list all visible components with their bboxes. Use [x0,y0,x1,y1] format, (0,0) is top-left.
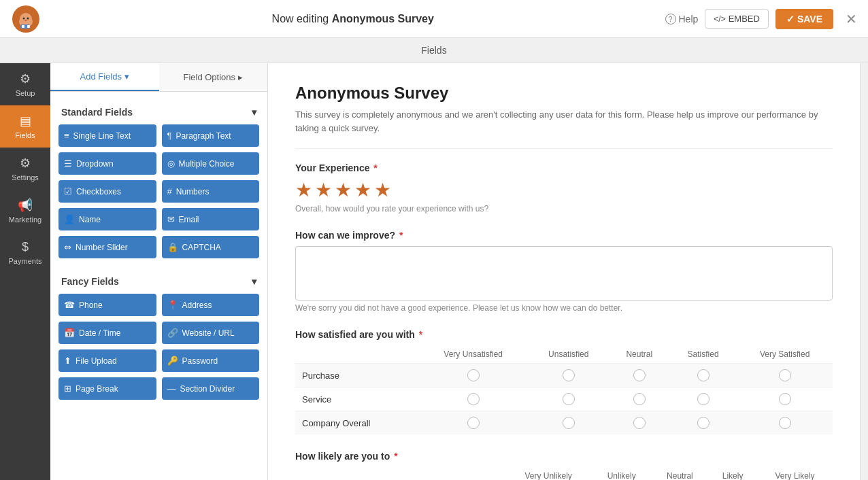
fancy-fields-header[interactable]: Fancy Fields ▾ [59,269,259,294]
top-bar: Now editing Anonymous Survey ? Help </> … [0,0,868,38]
radio-purchase-2[interactable] [563,369,575,381]
table-row: Company Overall [295,411,833,435]
survey-description: This survey is completely anonymous and … [295,108,833,149]
collapse-icon: ▾ [252,107,256,118]
close-button[interactable]: ✕ [846,11,857,27]
field-btn-single-line-text[interactable]: ≡ Single Line Text [59,124,156,147]
fields-bar: Fields [0,38,868,63]
question-satisfied: How satisfied are you with * Very Unsati… [295,329,833,434]
star-5[interactable]: ★ [374,179,391,201]
file-upload-icon: ⬆ [64,356,71,366]
radio-service-2[interactable] [563,393,575,405]
field-btn-numbers[interactable]: # Numbers [162,180,260,203]
field-btn-multiple-choice[interactable]: ◎ Multiple Choice [162,152,260,175]
field-panel-content: Standard Fields ▾ ≡ Single Line Text ¶ P… [50,92,267,419]
name-icon: 👤 [64,214,75,224]
sidebar-item-fields[interactable]: ▤ Fields [0,105,50,148]
save-button[interactable]: ✓ SAVE [775,9,833,29]
field-btn-date-time[interactable]: 📅 Date / Time [59,322,156,344]
sidebar-item-payments[interactable]: $ Payments [0,232,50,273]
collapse-fancy-icon: ▾ [252,276,256,287]
radio-company-4[interactable] [697,417,710,429]
col-very-likely: Very Likely [757,467,833,480]
table-row: Service [295,388,833,411]
col-very-satisfied: Very Satisfied [737,345,833,364]
setup-icon: ⚙ [20,71,31,86]
chevron-right-icon: ▸ [238,72,243,82]
field-btn-number-slider[interactable]: ⇔ Number Slider [59,236,156,258]
col-very-unsatisfied: Very Unsatisfied [418,345,528,364]
col-unsatisfied: Unsatisfied [528,345,610,364]
svg-rect-9 [22,25,24,28]
field-btn-address[interactable]: 📍 Address [162,294,260,316]
paragraph-text-icon: ¶ [167,131,172,141]
field-btn-page-break[interactable]: ⊞ Page Break [59,377,156,400]
sidebar-item-settings[interactable]: ⚙ Settings [0,148,50,190]
field-btn-name[interactable]: 👤 Name [59,208,156,230]
matrix-empty-header-2 [295,467,505,480]
radio-company-2[interactable] [563,417,575,429]
likely-matrix: Very Unlikely Unlikely Neutral Likely Ve… [295,467,833,480]
marketing-icon: 📢 [18,198,33,213]
field-btn-password[interactable]: 🔑 Password [162,349,260,372]
improve-textarea[interactable] [295,246,833,301]
help-button[interactable]: ? Help [665,14,699,24]
radio-purchase-1[interactable] [467,369,480,381]
icon-nav: ⚙ Setup ▤ Fields ⚙ Settings 📢 Marketing … [0,63,50,480]
standard-fields-header[interactable]: Standard Fields ▾ [59,100,259,124]
page-break-icon: ⊞ [64,383,71,394]
star-3[interactable]: ★ [335,179,352,201]
star-2[interactable]: ★ [315,179,332,201]
star-1[interactable]: ★ [295,179,312,201]
radio-company-5[interactable] [779,417,791,429]
fancy-fields-grid: ☎ Phone 📍 Address 📅 Date / Time 🔗 Websit… [59,294,259,400]
editing-title: Now editing Anonymous Survey [272,13,434,25]
star-rating[interactable]: ★ ★ ★ ★ ★ [295,179,833,201]
radio-service-5[interactable] [779,393,791,405]
scroll-indicator [860,63,868,480]
radio-purchase-4[interactable] [697,369,710,381]
field-btn-section-divider[interactable]: — Section Divider [162,377,260,400]
radio-service-4[interactable] [697,393,710,405]
tab-add-fields[interactable]: Add Fields ▾ [50,63,159,91]
multiple-choice-icon: ◎ [167,158,175,169]
col-satisfied: Satisfied [669,345,737,364]
field-btn-dropdown[interactable]: ☰ Dropdown [59,152,156,175]
radio-service-1[interactable] [467,393,480,405]
single-line-text-icon: ≡ [64,131,69,141]
fields-bar-label: Fields [421,45,446,56]
field-btn-phone[interactable]: ☎ Phone [59,294,156,316]
embed-button[interactable]: </> EMBED [705,9,769,29]
radio-company-1[interactable] [467,417,480,429]
field-btn-checkboxes[interactable]: ☑ Checkboxes [59,180,156,203]
field-btn-paragraph-text[interactable]: ¶ Paragraph Text [162,124,260,147]
logo [11,4,41,34]
col-neutral-2: Neutral [652,467,708,480]
sidebar-item-setup[interactable]: ⚙ Setup [0,63,50,105]
svg-point-4 [20,13,32,25]
tab-field-options[interactable]: Field Options ▸ [159,63,268,91]
field-btn-captcha[interactable]: 🔒 CAPTCHA [162,236,260,258]
question-label-satisfied: How satisfied are you with * [295,329,833,340]
sidebar-item-marketing[interactable]: 📢 Marketing [0,190,50,232]
question-label-likely: How likely are you to * [295,451,833,462]
radio-service-3[interactable] [633,393,646,405]
payments-icon: $ [22,240,29,254]
chevron-down-icon: ▾ [124,71,129,82]
top-bar-actions: ? Help </> EMBED ✓ SAVE ✕ [665,9,857,29]
numbers-icon: # [167,186,172,196]
field-btn-email[interactable]: ✉ Email [162,208,260,230]
radio-purchase-3[interactable] [633,369,646,381]
col-unlikely: Unlikely [592,467,652,480]
preview-area: Anonymous Survey This survey is complete… [268,63,860,480]
help-icon: ? [665,14,676,24]
radio-purchase-5[interactable] [779,369,791,381]
matrix-empty-header [295,345,418,364]
col-very-unlikely: Very Unlikely [505,467,592,480]
field-btn-file-upload[interactable]: ⬆ File Upload [59,349,156,372]
radio-company-3[interactable] [633,417,646,429]
question-sublabel-experience: Overall, how would you rate your experie… [295,204,833,213]
captcha-icon: 🔒 [167,242,178,252]
star-4[interactable]: ★ [354,179,371,201]
field-btn-website-url[interactable]: 🔗 Website / URL [162,322,260,344]
